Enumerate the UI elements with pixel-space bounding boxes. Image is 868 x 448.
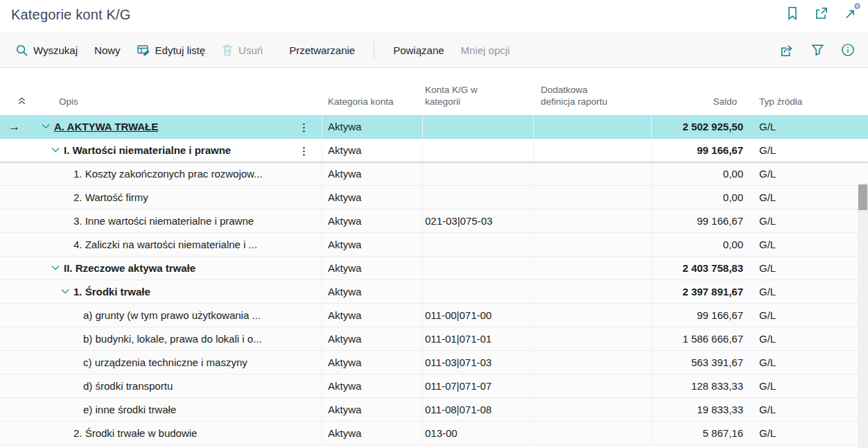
trash-icon	[222, 44, 233, 56]
row-gl-accounts	[423, 257, 534, 279]
row-source-type: G/L	[743, 333, 813, 345]
row-gl-accounts: 011-00|071-00	[423, 304, 534, 327]
row-report-definition	[534, 304, 652, 327]
row-source-type: G/L	[743, 427, 813, 439]
title-icons: ⚙	[785, 6, 858, 21]
gl-account-categories-page: Kategorie kont K/G ⚙	[0, 0, 868, 448]
info-icon[interactable]	[837, 40, 858, 60]
row-description: 3. Inne wartości niematerialne i prawne	[73, 215, 254, 227]
table-row[interactable]: b) budynki, lokale, prawa do lokali i o.…	[0, 327, 868, 351]
row-gl-accounts	[423, 233, 534, 256]
row-gl-accounts: 021-03|075-03	[423, 209, 534, 232]
row-description: 2. Wartość firmy	[73, 191, 148, 203]
row-source-type: G/L	[743, 380, 813, 392]
row-report-definition	[534, 374, 652, 397]
row-description: d) środki transportu	[83, 380, 173, 392]
row-gl-accounts	[423, 162, 534, 185]
row-menu-icon[interactable]: ⋮	[299, 145, 309, 155]
row-report-definition	[534, 280, 652, 303]
toolbar-right-icons	[776, 40, 858, 60]
column-header-konta-kg[interactable]: Konta K/G w kategorii	[423, 84, 534, 108]
share-with-settings-icon[interactable]: ⚙	[843, 6, 858, 21]
row-source-type: G/L	[743, 121, 813, 132]
table-header-row: Opis Kategoria konta Konta K/G w kategor…	[0, 68, 868, 115]
table-row[interactable]: c) urządzenia techniczne i maszyny ⋮ Akt…	[0, 351, 868, 374]
row-balance: 99 166,67	[652, 215, 743, 227]
column-header-dodatkowa-definicja[interactable]: Dodatkowa definicja raportu	[534, 84, 652, 108]
chevron-down-icon[interactable]	[42, 123, 54, 130]
column-header-kategoria-konta[interactable]: Kategoria konta	[322, 96, 423, 108]
column-header-typ-zrodla[interactable]: Typ źródła	[743, 96, 813, 108]
search-button[interactable]: Wyszukaj	[10, 40, 84, 60]
filter-icon[interactable]	[807, 40, 828, 60]
row-source-type: G/L	[743, 144, 813, 156]
table-row[interactable]: I. Wartości niematerialne i prawne ⋮ Akt…	[0, 139, 868, 162]
scrollbar-thumb[interactable]	[858, 184, 867, 210]
row-balance: 19 833,33	[652, 404, 743, 415]
table-row[interactable]: a) grunty (w tym prawo użytkowania ... ⋮…	[0, 304, 868, 327]
chevron-down-icon[interactable]	[51, 265, 64, 271]
column-header-saldo[interactable]: Saldo	[652, 96, 743, 108]
row-account-category: Aktywa	[322, 115, 423, 138]
row-gl-accounts: 011-08|071-08	[423, 398, 534, 421]
edit-list-icon	[137, 44, 150, 55]
row-balance: 99 166,67	[652, 144, 743, 156]
row-account-category: Aktywa	[322, 162, 423, 185]
row-balance: 0,00	[652, 239, 743, 250]
table-row[interactable]: e) inne środki trwałe ⋮ Aktywa 011-08|07…	[0, 398, 868, 422]
table-row[interactable]: 1. Koszty zakończonych prac rozwojow... …	[0, 162, 868, 186]
row-source-type: G/L	[743, 356, 813, 368]
table-row[interactable]: → A. AKTYWA TRWAŁE ⋮ Aktywa 2 502 925,50…	[0, 115, 868, 139]
row-description: e) inne środki trwałe	[83, 404, 176, 415]
page-title: Kategorie kont K/G	[11, 7, 131, 23]
row-source-type: G/L	[743, 191, 813, 203]
collapse-all-icon[interactable]	[15, 94, 28, 107]
row-description: 1. Koszty zakończonych prac rozwojow...	[73, 168, 263, 180]
row-balance: 99 166,67	[652, 309, 743, 321]
row-balance: 2 397 891,67	[652, 286, 743, 298]
column-header-opis[interactable]: Opis	[28, 96, 322, 108]
edit-list-button[interactable]: Edytuj listę	[131, 40, 212, 60]
toolbar-divider	[374, 41, 374, 59]
row-balance: 1 586 666,67	[652, 333, 743, 345]
row-report-definition	[534, 139, 652, 162]
row-account-category: Aktywa	[322, 257, 423, 279]
row-account-category: Aktywa	[322, 422, 423, 445]
table-row[interactable]: 3. Inne wartości niematerialne i prawne …	[0, 209, 868, 233]
row-balance: 0,00	[652, 191, 743, 203]
table-row[interactable]: II. Rzeczowe aktywa trwałe ⋮ Aktywa 2 40…	[0, 257, 868, 280]
chevron-down-icon[interactable]	[51, 147, 64, 153]
related-menu-button[interactable]: Powiązane	[387, 40, 450, 60]
row-account-category: Aktywa	[322, 139, 423, 162]
table-body: → A. AKTYWA TRWAŁE ⋮ Aktywa 2 502 925,50…	[0, 115, 868, 445]
row-account-category: Aktywa	[322, 233, 423, 256]
vertical-scrollbar[interactable]	[858, 183, 868, 448]
more-options-button[interactable]: Mniej opcji	[455, 40, 517, 60]
table-row[interactable]: 1. Środki trwałe ⋮ Aktywa 2 397 891,67 G…	[0, 280, 868, 304]
row-account-category: Aktywa	[322, 398, 423, 421]
delete-button[interactable]: Usuń	[216, 40, 269, 60]
current-row-arrow-icon: →	[0, 120, 28, 134]
row-description: 2. Środki trwałe w budowie	[73, 427, 197, 439]
title-bar: Kategorie kont K/G ⚙	[0, 0, 868, 32]
table-row[interactable]: 2. Środki trwałe w budowie ⋮ Aktywa 013-…	[0, 422, 868, 445]
bookmark-icon[interactable]	[785, 6, 800, 21]
row-gl-accounts	[423, 280, 534, 303]
row-balance: 2 502 925,50	[652, 121, 743, 132]
table-row[interactable]: 2. Wartość firmy ⋮ Aktywa 0,00 G/L	[0, 186, 868, 209]
row-account-category: Aktywa	[322, 327, 423, 350]
chevron-down-icon[interactable]	[61, 288, 73, 295]
row-report-definition	[534, 351, 652, 374]
row-report-definition	[534, 209, 652, 232]
open-in-new-window-icon[interactable]	[814, 6, 829, 21]
share-icon[interactable]	[776, 40, 797, 60]
new-button[interactable]: Nowy	[88, 40, 127, 60]
row-description: 1. Środki trwałe	[73, 286, 150, 298]
account-categories-table: Opis Kategoria konta Konta K/G w kategor…	[0, 68, 868, 445]
processing-menu-button[interactable]: Przetwarzanie	[283, 40, 361, 60]
table-row[interactable]: d) środki transportu ⋮ Aktywa 011-07|071…	[0, 374, 868, 398]
table-row[interactable]: 4. Zaliczki na wartości niematerialne i …	[0, 233, 868, 257]
row-gl-accounts	[423, 186, 534, 209]
row-report-definition	[534, 257, 652, 279]
row-menu-icon[interactable]: ⋮	[299, 121, 309, 132]
